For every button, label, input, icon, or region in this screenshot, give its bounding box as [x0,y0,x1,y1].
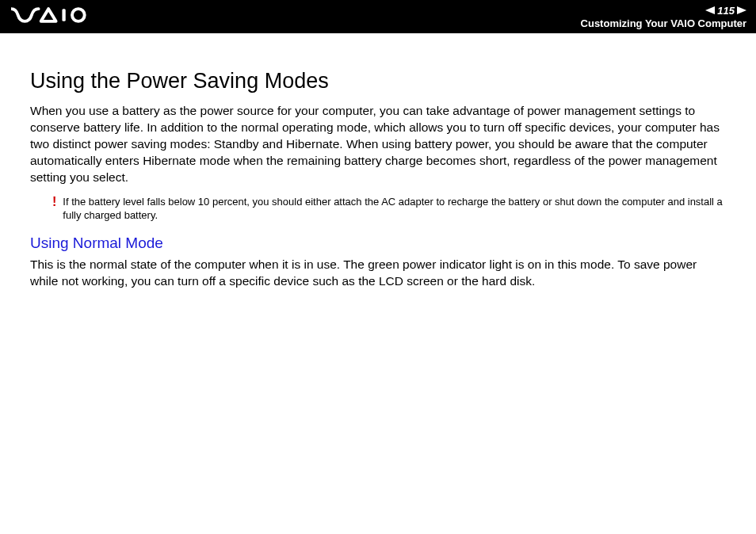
page-number: 115 [717,5,735,17]
warning-note: ! If the battery level falls below 10 pe… [52,196,726,223]
page-navigation: 115 [705,5,746,17]
content-area: Using the Power Saving Modes When you us… [0,33,756,290]
prev-page-arrow[interactable] [705,5,715,17]
svg-point-1 [72,9,85,21]
section-title: Customizing Your VAIO Computer [581,17,746,29]
warning-text: If the battery level falls below 10 perc… [63,196,726,223]
page-heading: Using the Power Saving Modes [30,69,726,93]
sub-heading: Using Normal Mode [30,235,726,252]
svg-rect-0 [62,9,65,21]
next-page-arrow[interactable] [737,5,746,17]
intro-paragraph: When you use a battery as the power sour… [30,103,726,186]
warning-icon: ! [52,196,56,208]
header-right: 115 Customizing Your VAIO Computer [581,5,746,29]
sub-paragraph: This is the normal state of the computer… [30,257,726,290]
svg-marker-3 [737,6,746,14]
svg-marker-2 [705,6,715,14]
vaio-logo [11,6,98,27]
header-bar: 115 Customizing Your VAIO Computer [0,0,756,33]
